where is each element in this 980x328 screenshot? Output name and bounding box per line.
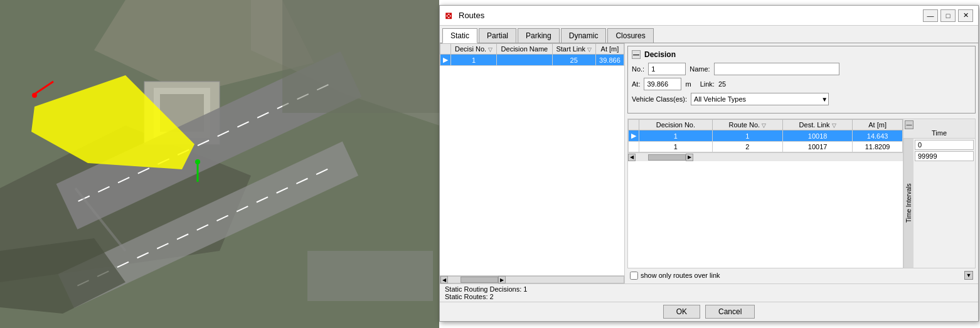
time-value-1[interactable]: 99999 [915,151,974,161]
time-intervals-side-label: Time Intervals [903,139,913,268]
close-button[interactable]: ✕ [958,9,973,22]
link-label: Link: [700,80,715,88]
vehicle-class-row: Vehicle Class(es): All Vehicle Types ▼ [632,93,971,105]
show-routes-label: show only routes over link [630,272,720,280]
show-routes-dropdown-button[interactable]: ▼ [964,271,973,280]
row-indicator: ▶ [440,55,451,66]
tab-dynamic[interactable]: Dynamic [561,28,607,43]
vehicle-class-label: Vehicle Class(es): [632,95,687,103]
cell-dest-link: 10018 [782,130,852,142]
col-header-decisi-no[interactable]: Decisi No. ▽ [451,44,497,55]
time-entries[interactable]: 0 99999 [913,139,975,268]
name-label: Name: [690,65,710,73]
status-bar: Static Routing Decisions: 1 Static Route… [440,283,978,302]
show-routes-text: show only routes over link [641,272,720,279]
map-background [0,0,439,328]
main-content: Decisi No. ▽ Decision Name Start Link ▽ [440,43,978,283]
decision-panel: — Decision No.: Name: At: m Link: [627,46,976,114]
cancel-button[interactable]: Cancel [705,305,755,319]
left-h-scrollbar[interactable]: ◀ ▶ [440,276,624,283]
at-unit-label: m [685,80,691,88]
cell-start-link: 25 [552,55,595,66]
time-header-label: Time [932,129,947,137]
decisions-table-scroll[interactable]: Decisi No. ▽ Decision Name Start Link ▽ [440,43,624,275]
name-input[interactable] [714,63,839,75]
filter-icon-2[interactable]: ▽ [587,46,592,53]
decision-section-title: — Decision [632,50,971,59]
status-routes: Static Routes: 2 [445,293,973,300]
scroll-thumb[interactable] [461,277,498,283]
no-input[interactable] [648,63,686,75]
no-label: No.: [632,65,644,73]
scroll-right-arrow[interactable]: ▶ [498,276,506,283]
cell-route-no-2: 2 [712,142,782,152]
link-value: 25 [718,80,726,88]
status-decisions: Static Routing Decisions: 1 [445,285,973,293]
cell-dest-link-2: 10017 [782,142,852,152]
routes-scroll-left[interactable]: ◀ [628,154,636,161]
window-controls: — □ ✕ [923,9,973,22]
col-header-rt-at: At [m] [853,120,903,130]
col-header-dest-link[interactable]: Dest. Link ▽ [782,120,852,130]
time-values-area: Time Intervals 0 99999 [903,139,975,268]
cell-at-m: 39.866 [595,55,624,66]
routes-scroll-right[interactable]: ▶ [686,154,693,161]
table-row[interactable]: ▶ 1 1 10018 14.643 [629,130,903,142]
app-icon: ⊠ [445,11,455,21]
routes-dialog: ⊠ Routes — □ ✕ Static Partial Parking Dy… [439,5,979,322]
filter-icon-0[interactable]: ▽ [488,46,493,53]
ok-button[interactable]: OK [663,305,700,319]
dialog-title: Routes [459,11,923,20]
left-panel: Decisi No. ▽ Decision Name Start Link ▽ [440,43,625,283]
tab-partial[interactable]: Partial [479,28,516,43]
tab-closures[interactable]: Closures [607,28,653,43]
tab-parking[interactable]: Parking [518,28,560,43]
cell-decision-name [497,55,552,66]
collapse-decision-button[interactable]: — [632,50,641,59]
col-header-row-ind [629,120,639,130]
svg-point-16 [195,159,200,164]
row-indicator [629,142,639,152]
right-panel: — Decision No.: Name: At: m Link: [625,43,978,283]
at-and-link-row: At: m Link: 25 [632,78,971,90]
table-row[interactable]: ▶ 1 25 39.866 [440,55,624,66]
col-header-at: At [m] [595,44,624,55]
minimize-button[interactable]: — [923,9,938,22]
title-bar: ⊠ Routes — □ ✕ [440,6,978,26]
decision-title-text: Decision [644,50,676,59]
show-routes-row: show only routes over link ▼ [627,270,976,281]
row-indicator: ▶ [629,130,639,142]
cell-rt-decision-no: 1 [639,130,713,142]
maximize-button[interactable]: □ [940,9,956,22]
cell-decision-no: 1 [451,55,497,66]
filter-icon-route-no[interactable]: ▽ [762,122,766,129]
routes-scroll-thumb[interactable] [648,154,686,161]
cell-rt-at-m-2: 11.8209 [853,142,903,152]
col-header-decision-name: Decision Name [497,44,552,55]
col-header-start-link[interactable]: Start Link ▽ [552,44,595,55]
tab-bar: Static Partial Parking Dynamic Closures [440,26,978,43]
table-row[interactable]: 1 2 10017 11.8209 [629,142,903,152]
footer-buttons: OK Cancel [440,302,978,321]
svg-rect-17 [282,0,439,113]
routes-table-wrapper[interactable]: Decision No. Route No. ▽ Dest. Link ▽ [627,119,903,268]
vehicle-class-select[interactable]: All Vehicle Types [691,93,829,105]
routes-table: Decision No. Route No. ▽ Dest. Link ▽ [628,119,903,152]
decisions-table: Decisi No. ▽ Decision Name Start Link ▽ [440,43,624,66]
at-input[interactable] [644,78,681,90]
tab-static[interactable]: Static [442,28,477,43]
time-header: — Time [903,119,975,139]
time-collapse-button[interactable]: — [905,120,913,129]
cell-route-no: 1 [712,130,782,142]
left-bottom: ◀ ▶ [440,275,624,283]
routes-section: Decision No. Route No. ▽ Dest. Link ▽ [627,119,976,268]
cell-rt-decision-no-2: 1 [639,142,713,152]
filter-icon-dest-link[interactable]: ▽ [832,122,836,129]
time-value-0[interactable]: 0 [915,140,974,150]
time-intervals-panel: — Time Time Intervals 0 99999 [903,119,976,268]
scroll-left-arrow[interactable]: ◀ [440,276,448,283]
no-and-name-row: No.: Name: [632,63,971,75]
col-header-route-no[interactable]: Route No. ▽ [712,120,782,130]
routes-h-scrollbar[interactable]: ◀ ▶ [628,152,903,161]
show-routes-checkbox[interactable] [630,272,638,280]
